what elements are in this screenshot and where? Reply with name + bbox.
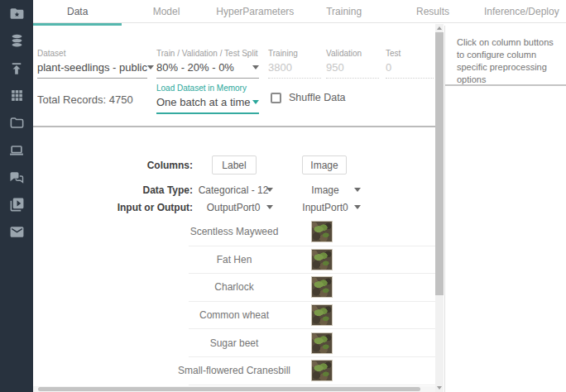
dataset-select[interactable]: Dataset plant-seedlings - public [37, 49, 147, 79]
training-label: Training [268, 49, 321, 58]
database-icon [9, 33, 25, 49]
grid-icon [10, 88, 24, 103]
test-label: Test [386, 49, 434, 58]
table-row: Common wheat [189, 302, 435, 330]
load-dataset-value: One batch at a time [156, 96, 250, 108]
seedling-thumbnail-image [311, 221, 333, 242]
class-label: Fat Hen [217, 254, 252, 265]
upload-icon [9, 61, 24, 76]
split-value: 80% - 20% - 0% [156, 61, 234, 74]
seedling-thumbnail-image [311, 276, 333, 298]
laptop-icon [8, 142, 25, 159]
horizontal-scrollbar-thumb[interactable] [38, 387, 420, 391]
data-type-row-label: Data Type: [66, 184, 193, 196]
shuffle-data-label: Shuffle Data [289, 92, 346, 103]
tab-training[interactable]: Training [300, 0, 388, 22]
validation-value: 950 [326, 61, 344, 74]
image-data-type-select[interactable]: Image [267, 184, 383, 196]
horizontal-scrollbar[interactable] [33, 386, 435, 392]
column-label-button[interactable]: Label [212, 155, 257, 174]
tab-hyperparameters[interactable]: HyperParameters [211, 0, 300, 22]
sidebar-item-projects[interactable] [0, 0, 33, 27]
total-records-text: Total Records: 4750 [37, 93, 133, 106]
sample-rows-list: Scentless Mayweed Fat Hen Charlock Commo… [189, 218, 435, 385]
preprocessing-hint-panel: Click on column buttons to configure col… [444, 26, 566, 392]
table-row: Scentless Mayweed [189, 218, 435, 246]
split-label: Train / Validation / Test Split [156, 49, 259, 58]
column-image-button[interactable]: Image [302, 155, 347, 174]
data-tab-content: Dataset plant-seedlings - public Train /… [33, 26, 435, 392]
sidebar-item-media[interactable] [0, 191, 33, 218]
tab-data[interactable]: Data [33, 0, 122, 22]
top-tab-bar: Data Model HyperParameters Training Resu… [33, 0, 566, 26]
panel-divider [445, 84, 566, 86]
seedling-thumbnail-image [311, 304, 333, 326]
table-row: Fat Hen [189, 246, 435, 275]
tab-model[interactable]: Model [122, 0, 210, 22]
sidebar-item-chat[interactable] [0, 164, 33, 191]
hint-text: Click on column buttons to configure col… [457, 36, 561, 86]
chevron-down-icon[interactable] [354, 188, 361, 192]
scroll-up-icon[interactable] [437, 26, 442, 30]
folder-star-icon [9, 6, 25, 22]
dataset-label: Dataset [37, 49, 147, 58]
test-value: 0 [386, 61, 391, 74]
vertical-scrollbar-thumb[interactable] [435, 32, 444, 295]
table-row: Sugar beet [189, 329, 435, 357]
sidebar-item-apps[interactable] [0, 82, 33, 109]
chevron-down-icon[interactable] [354, 205, 361, 209]
shuffle-data-option: Shuffle Data [271, 92, 346, 103]
chevron-down-icon [147, 65, 154, 69]
seedling-thumbnail-image [311, 332, 333, 354]
seedling-thumbnail-image [311, 360, 333, 381]
sidebar-item-mail[interactable] [0, 218, 33, 246]
tab-inference-deploy[interactable]: Inference/Deploy [477, 0, 566, 22]
chat-bubbles-icon [8, 170, 25, 186]
tab-results[interactable]: Results [388, 0, 477, 22]
test-count-field: Test 0 [386, 49, 434, 79]
mail-icon [9, 224, 25, 240]
dataset-value: plant-seedlings - public [37, 61, 147, 74]
chevron-down-icon [252, 100, 259, 104]
image-port-select[interactable]: InputPort0 [267, 202, 383, 213]
scroll-down-icon[interactable] [437, 386, 442, 390]
training-count-field: Training 3800 [268, 49, 321, 79]
seedling-thumbnail-image [311, 249, 333, 270]
validation-count-field: Validation 950 [326, 49, 379, 79]
class-label: Common wheat [199, 309, 269, 321]
chevron-down-icon [252, 65, 259, 69]
sidebar-item-upload[interactable] [0, 55, 33, 82]
vertical-scrollbar[interactable] [435, 24, 444, 392]
sidebar-item-files[interactable] [0, 109, 33, 136]
sidebar-item-devices[interactable] [0, 136, 33, 164]
load-dataset-select[interactable]: Load Dataset in Memory One batch at a ti… [156, 84, 259, 114]
input-output-row-label: Input or Output: [66, 202, 193, 213]
sidebar-item-datasets[interactable] [0, 27, 33, 55]
class-label: Charlock [214, 281, 253, 293]
section-divider [33, 126, 435, 127]
class-label: Scentless Mayweed [190, 226, 279, 237]
validation-label: Validation [326, 49, 379, 58]
columns-row-label: Columns: [66, 160, 193, 171]
app-sidebar [0, 0, 33, 392]
class-label: Small-flowered Cranesbill [178, 365, 290, 376]
video-library-icon [9, 197, 25, 213]
training-value: 3800 [268, 61, 292, 74]
load-dataset-label: Load Dataset in Memory [156, 84, 259, 93]
folder-icon [9, 115, 25, 131]
shuffle-data-checkbox[interactable] [271, 93, 281, 103]
split-select[interactable]: Train / Validation / Test Split 80% - 20… [156, 49, 259, 79]
table-row: Charlock [189, 274, 435, 302]
table-row: Small-flowered Cranesbill [189, 357, 435, 385]
class-label: Sugar beet [210, 337, 259, 349]
